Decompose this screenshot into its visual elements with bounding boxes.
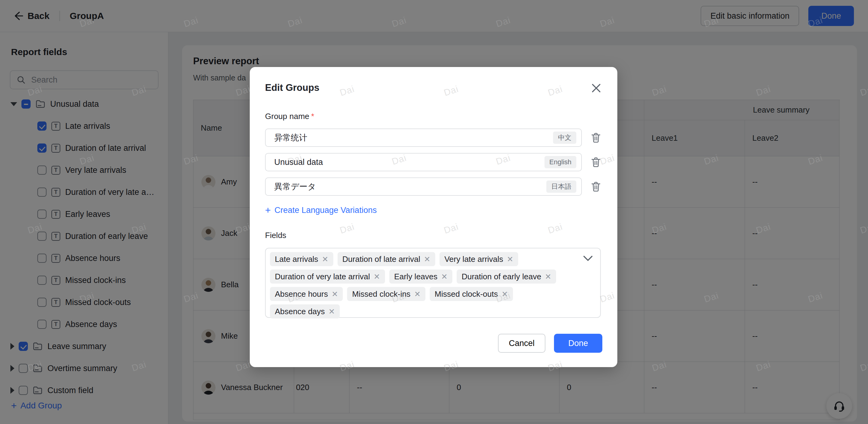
app-root: Back GroupA Edit basic information Done … <box>0 0 868 424</box>
group-name-input-zh[interactable] <box>274 133 553 143</box>
modal-title: Edit Groups <box>265 82 319 93</box>
edit-groups-modal: Edit Groups Group name* 中文 English <box>250 67 617 367</box>
create-language-variations-link[interactable]: + Create Language Variations <box>265 205 377 215</box>
fields-multiselect[interactable]: Late arrivals Duration of late arrival V… <box>265 248 601 318</box>
field-tag[interactable]: Duration of early leave <box>457 269 556 284</box>
plus-icon: + <box>265 205 271 215</box>
language-badge-en: English <box>545 156 576 168</box>
remove-tag-icon[interactable] <box>441 273 447 281</box>
field-tag[interactable]: Absence days <box>270 304 340 319</box>
group-name-input-zh-box: 中文 <box>265 129 582 147</box>
modal-footer: Cancel Done <box>250 334 617 353</box>
remove-tag-icon[interactable] <box>329 308 335 316</box>
group-name-row-en: English <box>265 153 618 171</box>
remove-tag-icon[interactable] <box>414 290 421 298</box>
language-badge-ja: 日本語 <box>546 181 576 193</box>
cancel-button[interactable]: Cancel <box>498 334 546 353</box>
remove-tag-icon[interactable] <box>332 290 338 298</box>
remove-tag-icon[interactable] <box>502 290 508 298</box>
field-tag[interactable]: Late arrivals <box>270 252 333 266</box>
group-name-input-ja-box: 日本語 <box>265 177 582 196</box>
delete-name-en-button[interactable] <box>589 155 602 169</box>
close-icon[interactable] <box>590 82 602 94</box>
group-name-row-ja: 日本語 <box>265 177 618 196</box>
remove-tag-icon[interactable] <box>322 255 329 263</box>
remove-tag-icon[interactable] <box>545 273 551 281</box>
group-name-input-en-box: English <box>265 153 582 171</box>
remove-tag-icon[interactable] <box>424 255 430 263</box>
fields-label: Fields <box>265 231 286 240</box>
group-name-input-ja[interactable] <box>274 182 546 192</box>
modal-done-button[interactable]: Done <box>554 334 602 353</box>
delete-name-ja-button[interactable] <box>589 180 602 193</box>
remove-tag-icon[interactable] <box>507 255 513 263</box>
field-tag[interactable]: Very late arrivals <box>439 252 518 266</box>
field-tag[interactable]: Absence hours <box>270 287 343 301</box>
group-name-input-en[interactable] <box>274 157 545 167</box>
group-name-row-zh: 中文 <box>265 129 618 147</box>
trash-icon <box>591 182 601 192</box>
remove-tag-icon[interactable] <box>374 273 380 281</box>
tag-row: Late arrivals Duration of late arrival V… <box>270 252 579 266</box>
field-tag[interactable]: Missed clock-outs <box>430 287 513 301</box>
tag-row: Duration of very late arrival Early leav… <box>270 269 579 284</box>
required-asterisk: * <box>311 112 314 121</box>
field-tag[interactable]: Early leaves <box>389 269 453 284</box>
group-name-label: Group name* <box>265 112 314 121</box>
language-badge-zh: 中文 <box>553 132 576 144</box>
trash-icon <box>591 157 601 167</box>
tag-row: Absence days <box>270 304 579 319</box>
field-tag[interactable]: Missed clock-ins <box>347 287 426 301</box>
trash-icon <box>591 132 601 143</box>
field-tag[interactable]: Duration of late arrival <box>338 252 435 266</box>
chevron-down-icon[interactable] <box>583 255 593 263</box>
field-tag[interactable]: Duration of very late arrival <box>270 269 385 284</box>
create-language-variations-label: Create Language Variations <box>275 205 377 215</box>
delete-name-zh-button[interactable] <box>589 131 602 144</box>
tag-row: Absence hours Missed clock-ins Missed cl… <box>270 287 579 301</box>
